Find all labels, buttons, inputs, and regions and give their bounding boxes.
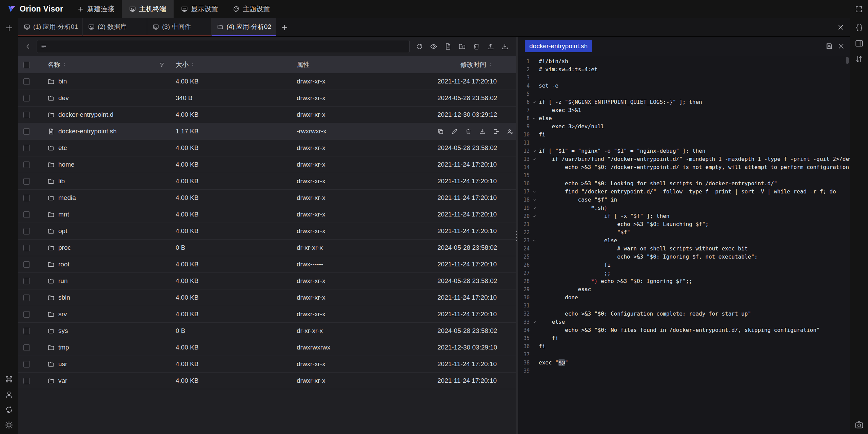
- table-row[interactable]: run 4.00 KB drwxr-xr-x 2024-05-28 23:58:…: [18, 273, 516, 289]
- row-checkbox[interactable]: [23, 78, 30, 85]
- table-row[interactable]: mnt 4.00 KB drwxr-xr-x 2021-11-24 17:20:…: [18, 206, 516, 223]
- row-checkbox[interactable]: [23, 95, 30, 101]
- row-name[interactable]: run: [40, 277, 176, 285]
- column-size[interactable]: 大小: [176, 60, 189, 69]
- fold-chevron-icon[interactable]: [530, 147, 539, 155]
- table-row[interactable]: dev 340 B drwxr-xr-x 2024-05-28 23:58:02: [18, 90, 516, 107]
- row-name[interactable]: tmp: [40, 344, 176, 351]
- select-all-checkbox[interactable]: [23, 62, 30, 68]
- fullscreen-icon[interactable]: [855, 5, 863, 13]
- sync-icon[interactable]: [5, 405, 13, 414]
- table-row[interactable]: var 4.00 KB drwxr-xr-x 2021-11-24 17:20:…: [18, 373, 516, 389]
- save-icon[interactable]: [825, 42, 833, 50]
- table-row[interactable]: docker-entrypoint.sh 1.17 KB -rwxrwxr-x: [18, 123, 516, 140]
- open-file-tab[interactable]: docker-entrypoint.sh: [525, 40, 592, 52]
- row-checkbox[interactable]: [23, 328, 30, 334]
- table-row[interactable]: lib 4.00 KB drwxr-xr-x 2021-11-24 17:20:…: [18, 173, 516, 190]
- row-checkbox[interactable]: [23, 295, 30, 301]
- row-name[interactable]: proc: [40, 244, 176, 251]
- session-tab-2[interactable]: (2) 数据库: [83, 18, 147, 36]
- fold-chevron-icon[interactable]: [530, 212, 539, 220]
- nav-item-4[interactable]: 主题设置: [225, 0, 277, 18]
- table-row[interactable]: tmp 4.00 KB drwxrwxrwx 2021-12-30 03:29:…: [18, 339, 516, 356]
- fold-chevron-icon[interactable]: [530, 318, 539, 326]
- delete-button[interactable]: [470, 40, 483, 53]
- sort-name-icon[interactable]: [62, 62, 67, 67]
- fold-chevron-icon[interactable]: [530, 237, 539, 245]
- row-checkbox[interactable]: [23, 195, 30, 201]
- row-checkbox[interactable]: [23, 162, 30, 168]
- row-name[interactable]: home: [40, 161, 176, 168]
- table-row[interactable]: usr 4.00 KB drwxr-xr-x 2021-11-24 17:20:…: [18, 356, 516, 373]
- delete-button[interactable]: [465, 128, 472, 135]
- session-tab-1[interactable]: (1) 应用-分析01: [18, 18, 83, 36]
- filter-icon[interactable]: [159, 62, 165, 68]
- download-button[interactable]: [498, 40, 511, 53]
- row-checkbox[interactable]: [23, 211, 30, 218]
- row-name[interactable]: lib: [40, 177, 176, 185]
- row-name[interactable]: etc: [40, 144, 176, 152]
- row-checkbox[interactable]: [23, 178, 30, 185]
- row-name[interactable]: sys: [40, 327, 176, 335]
- row-name[interactable]: opt: [40, 227, 176, 235]
- preview-eye-button[interactable]: [427, 40, 440, 53]
- session-tab-4[interactable]: (4) 应用-分析02: [212, 18, 276, 36]
- refresh-button[interactable]: [413, 40, 426, 53]
- download-button[interactable]: [479, 128, 486, 135]
- fold-chevron-icon[interactable]: [530, 204, 539, 212]
- table-row[interactable]: proc 0 B dr-xr-xr-x 2024-05-28 23:58:02: [18, 240, 516, 256]
- nav-item-2[interactable]: 主机终端: [122, 0, 174, 18]
- row-checkbox[interactable]: [23, 344, 30, 351]
- brand[interactable]: Orion Visor: [0, 4, 70, 14]
- row-checkbox[interactable]: [23, 112, 30, 118]
- table-row[interactable]: root 4.00 KB drwx------ 2021-11-24 17:20…: [18, 256, 516, 273]
- row-name[interactable]: mnt: [40, 211, 176, 218]
- fold-chevron-icon[interactable]: [530, 114, 539, 122]
- sort-mtime-icon[interactable]: [488, 62, 493, 67]
- table-row[interactable]: bin 4.00 KB drwxr-xr-x 2021-11-24 17:20:…: [18, 73, 516, 90]
- permission-button[interactable]: [507, 128, 513, 135]
- new-folder-button[interactable]: [456, 40, 469, 53]
- table-row[interactable]: sbin 4.00 KB drwxr-xr-x 2021-11-24 17:20…: [18, 289, 516, 306]
- command-icon[interactable]: [5, 375, 13, 383]
- row-checkbox[interactable]: [23, 145, 30, 151]
- edit-button[interactable]: [451, 128, 458, 135]
- sort-lines-icon[interactable]: [855, 55, 864, 63]
- row-name[interactable]: docker-entrypoint.sh: [40, 128, 176, 135]
- add-tab-button[interactable]: [276, 18, 293, 36]
- table-row[interactable]: sys 0 B dr-xr-xr-x 2024-05-28 23:58:02: [18, 323, 516, 339]
- row-checkbox[interactable]: [23, 361, 30, 367]
- row-checkbox[interactable]: [23, 228, 30, 234]
- row-name[interactable]: root: [40, 261, 176, 268]
- braces-icon[interactable]: [855, 23, 864, 32]
- fold-chevron-icon[interactable]: [530, 196, 539, 204]
- table-row[interactable]: docker-entrypoint.d 4.00 KB drwxr-xr-x 2…: [18, 107, 516, 123]
- row-name[interactable]: bin: [40, 78, 176, 85]
- close-editor-icon[interactable]: [837, 42, 845, 50]
- table-row[interactable]: etc 4.00 KB drwxr-xr-x 2024-05-28 23:58:…: [18, 140, 516, 156]
- fold-chevron-icon[interactable]: [530, 155, 539, 163]
- back-button[interactable]: [23, 41, 33, 52]
- upload-button[interactable]: [484, 40, 497, 53]
- row-checkbox[interactable]: [23, 278, 30, 284]
- settings-gear-icon[interactable]: [5, 421, 13, 429]
- new-connection-icon[interactable]: [5, 23, 14, 32]
- copy-button[interactable]: [437, 128, 444, 135]
- column-mtime[interactable]: 修改时间: [460, 60, 486, 69]
- row-checkbox[interactable]: [23, 261, 30, 268]
- table-row[interactable]: media 4.00 KB drwxr-xr-x 2021-11-24 17:2…: [18, 190, 516, 206]
- nav-item-1[interactable]: 新建连接: [70, 0, 122, 18]
- row-name[interactable]: sbin: [40, 294, 176, 301]
- row-name[interactable]: var: [40, 377, 176, 384]
- column-name[interactable]: 名称: [47, 60, 60, 69]
- fold-chevron-icon[interactable]: [530, 98, 539, 106]
- fold-chevron-icon[interactable]: [530, 188, 539, 196]
- table-row[interactable]: home 4.00 KB drwxr-xr-x 2021-11-24 17:20…: [18, 156, 516, 173]
- table-row[interactable]: srv 4.00 KB drwxr-xr-x 2021-11-24 17:20:…: [18, 306, 516, 323]
- camera-icon[interactable]: [855, 420, 864, 429]
- panel-layout-icon[interactable]: [855, 39, 864, 48]
- row-name[interactable]: srv: [40, 310, 176, 318]
- row-checkbox[interactable]: [23, 128, 30, 135]
- user-icon[interactable]: [5, 390, 13, 399]
- row-checkbox[interactable]: [23, 311, 30, 318]
